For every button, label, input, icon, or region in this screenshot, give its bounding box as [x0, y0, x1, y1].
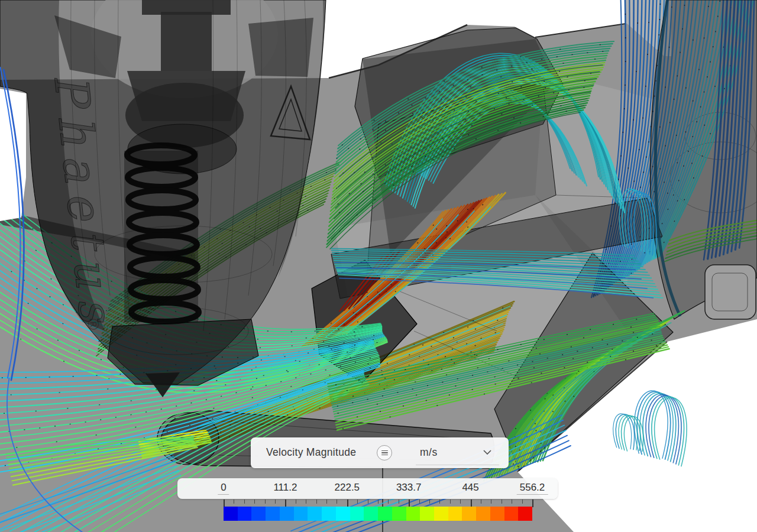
- colorbar-segment: [462, 507, 476, 521]
- colorbar-tick: [481, 499, 481, 504]
- colorbar-tick: [326, 499, 327, 504]
- colorbar-tick: [244, 499, 245, 504]
- chevron-down-icon[interactable]: [483, 449, 492, 455]
- hamburger-circle-icon[interactable]: [377, 445, 392, 460]
- colorbar-segment: [364, 507, 378, 521]
- colorbar-tick: [532, 499, 533, 507]
- colorbar-tick: [399, 499, 399, 504]
- colorbar-segment: [448, 507, 462, 521]
- colorbar-segment: [280, 507, 294, 521]
- colorbar-segment: [518, 507, 532, 521]
- colorbar-segment: [251, 507, 266, 521]
- colorbar-tick: [265, 499, 266, 504]
- colorbar-tick: [502, 499, 502, 504]
- colorbar-tick: [296, 499, 296, 504]
- colorbar-tick: [368, 499, 368, 504]
- colorbar-segment: [476, 507, 490, 521]
- colorbar: [224, 507, 532, 521]
- colorbar-tick: [450, 499, 451, 504]
- registered-mark: ®: [84, 317, 103, 330]
- colorbar-tick: [512, 499, 512, 504]
- colorbar-tick-label: 222.5: [335, 482, 360, 494]
- colorbar-segment: [294, 507, 308, 521]
- colorbar-tick: [522, 499, 523, 504]
- colorbar-tick: [316, 499, 317, 504]
- colorbar-tick: [460, 499, 461, 504]
- colorbar-tick: [306, 499, 306, 504]
- colorbar-segment: [420, 507, 434, 521]
- colorbar-segment: [224, 507, 238, 521]
- colorbar-segment: [308, 507, 322, 521]
- streamline: [652, 397, 684, 465]
- colorbar-tick-label: 445: [462, 482, 478, 494]
- colorbar-tick: [357, 499, 358, 504]
- colorbar-segment: [378, 507, 392, 521]
- colorbar-segment: [504, 507, 519, 521]
- colorbar-tick: [429, 499, 430, 504]
- colorbar-segment: [350, 507, 364, 521]
- streamline: [649, 395, 681, 464]
- colorbar-segment: [392, 507, 406, 521]
- unit-dropdown[interactable]: m/s: [420, 446, 438, 459]
- colorbar-tick: [254, 499, 255, 504]
- colorbar-segment: [266, 507, 280, 521]
- colorbar-segment: [322, 507, 336, 521]
- colorbar-tick-label[interactable]: 556.2: [517, 482, 548, 495]
- colorbar-tick: [378, 499, 378, 504]
- streamline: [640, 392, 673, 460]
- colorbar-segment: [490, 507, 504, 521]
- streamline: [646, 394, 678, 462]
- colorbar-tick-label[interactable]: 0: [218, 482, 229, 495]
- colorbar-segment: [336, 507, 350, 521]
- colorbar-tick: [419, 499, 420, 504]
- colorbar-tick: [439, 499, 440, 504]
- scalar-field-panel: Velocity Magnitude m/s: [251, 437, 509, 468]
- colorbar-tick-label: 111.2: [273, 482, 297, 494]
- colorbar-tick: [234, 499, 234, 504]
- colorbar-segment: [406, 507, 420, 521]
- colorbar-segment: [238, 507, 252, 521]
- colorbar-label-panel: 0111.2222.5333.7445556.2: [177, 478, 558, 499]
- colorbar-tick: [388, 499, 389, 504]
- colorbar-tick-label: 333.7: [396, 482, 422, 494]
- scalar-field-label: Velocity Magnitude: [266, 446, 356, 459]
- colorbar-tick: [337, 499, 337, 504]
- colorbar-tick: [491, 499, 491, 504]
- cfd-postprocessor-viewport: Phaetus ® Velo: [0, 0, 757, 532]
- unit-underline: [416, 465, 499, 465]
- colorbar-segment: [434, 507, 448, 521]
- colorbar-tick: [275, 499, 276, 504]
